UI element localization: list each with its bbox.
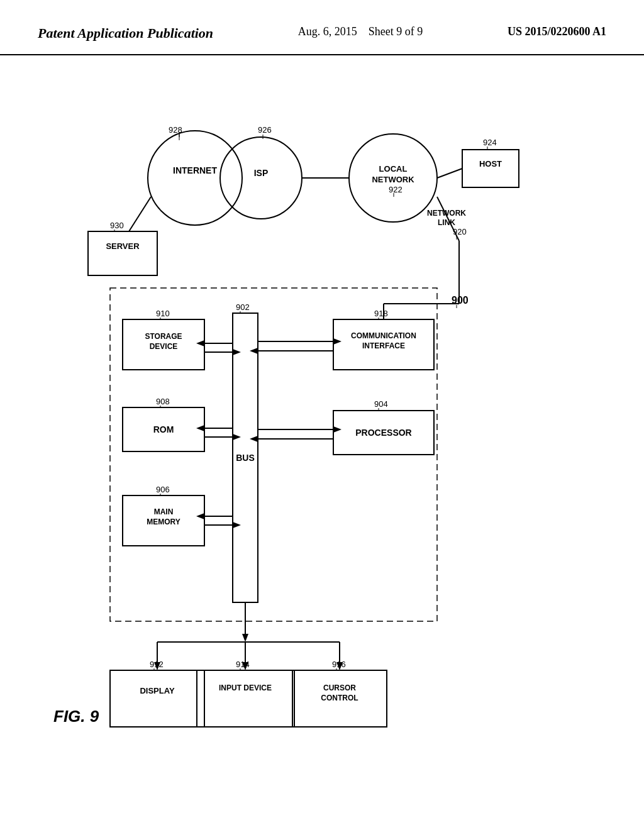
main-diagram-svg: INTERNET 928 ISP 926 LOCAL NETWORK 922 H… (0, 55, 644, 816)
svg-text:SERVER: SERVER (106, 241, 140, 251)
svg-text:INTERFACE: INTERFACE (362, 341, 405, 350)
svg-marker-63 (196, 425, 204, 431)
svg-marker-84 (242, 634, 248, 642)
svg-text:ROM: ROM (153, 424, 174, 434)
svg-text:924: 924 (483, 138, 497, 147)
svg-text:BUS: BUS (236, 453, 255, 463)
svg-text:922: 922 (389, 185, 402, 194)
header-center: Aug. 6, 2015 Sheet 9 of 9 (298, 25, 423, 38)
svg-text:LINK: LINK (438, 218, 455, 227)
page-header: Patent Application Publication Aug. 6, 2… (0, 0, 644, 55)
svg-marker-53 (333, 338, 341, 345)
svg-text:918: 918 (374, 309, 388, 318)
svg-line-24 (437, 169, 462, 178)
svg-text:902: 902 (236, 302, 250, 312)
patent-number: US 2015/0220600 A1 (508, 25, 606, 38)
svg-text:LOCAL: LOCAL (379, 164, 408, 174)
svg-marker-73 (250, 436, 258, 442)
svg-rect-14 (462, 150, 519, 187)
svg-text:930: 930 (110, 221, 124, 230)
svg-text:NETWORK: NETWORK (372, 175, 414, 184)
svg-text:MAIN: MAIN (154, 507, 174, 516)
svg-text:FIG. 9: FIG. 9 (53, 707, 99, 726)
svg-text:904: 904 (374, 399, 388, 409)
publication-title: Patent Application Publication (38, 25, 213, 42)
sheet-info: Sheet 9 of 9 (369, 25, 423, 38)
svg-text:926: 926 (258, 125, 272, 135)
svg-text:PROCESSOR: PROCESSOR (355, 428, 411, 438)
svg-text:906: 906 (156, 485, 170, 494)
svg-text:914: 914 (236, 660, 250, 669)
svg-marker-55 (250, 348, 258, 354)
svg-text:DISPLAY: DISPLAY (140, 686, 174, 695)
svg-point-5 (220, 137, 302, 219)
svg-text:CONTROL: CONTROL (321, 694, 358, 702)
svg-text:INPUT DEVICE: INPUT DEVICE (219, 683, 272, 692)
svg-text:DEVICE: DEVICE (150, 342, 178, 351)
svg-text:910: 910 (156, 309, 170, 318)
svg-text:MEMORY: MEMORY (147, 517, 180, 526)
svg-text:928: 928 (169, 125, 182, 135)
svg-line-22 (129, 197, 151, 231)
svg-marker-80 (196, 513, 204, 519)
svg-text:908: 908 (156, 397, 170, 406)
svg-rect-97 (197, 670, 294, 727)
svg-rect-18 (88, 231, 157, 275)
svg-text:912: 912 (150, 660, 164, 669)
svg-text:HOST: HOST (479, 159, 502, 169)
svg-marker-44 (196, 340, 204, 346)
svg-marker-65 (233, 434, 241, 440)
svg-text:STORAGE: STORAGE (145, 332, 182, 341)
svg-marker-71 (333, 426, 341, 433)
svg-marker-82 (233, 522, 241, 528)
svg-point-0 (148, 131, 242, 225)
svg-rect-93 (110, 670, 204, 727)
svg-text:CURSOR: CURSOR (323, 683, 356, 692)
svg-text:ISP: ISP (254, 168, 269, 178)
svg-text:INTERNET: INTERNET (173, 165, 217, 175)
svg-marker-46 (233, 349, 241, 355)
diagram-area: INTERNET 928 ISP 926 LOCAL NETWORK 922 H… (0, 55, 644, 816)
svg-text:COMMUNICATION: COMMUNICATION (351, 331, 416, 340)
publication-date: Aug. 6, 2015 (298, 25, 357, 38)
svg-text:916: 916 (332, 660, 346, 669)
